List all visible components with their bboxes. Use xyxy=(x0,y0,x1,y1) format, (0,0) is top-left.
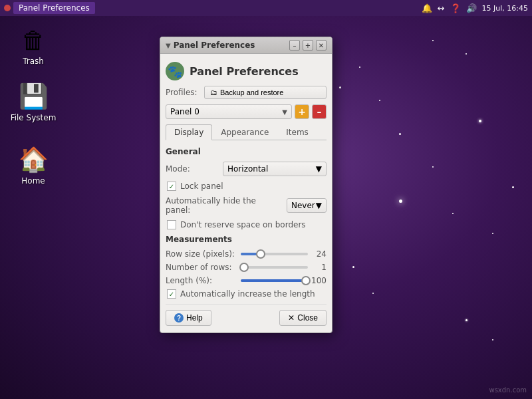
num-rows-value: 1 xyxy=(313,263,327,272)
length-label: Length (%): xyxy=(166,276,235,285)
lock-panel-label: Lock panel xyxy=(180,182,223,191)
star xyxy=(479,120,481,122)
backup-icon: 🗂 xyxy=(210,88,217,96)
desktop-icon-home[interactable]: 🏠 Home xyxy=(7,143,60,188)
taskbar: Panel Preferences 🔔 ↔ ❓ 🔊 15 Jul, 16:45 xyxy=(0,0,532,16)
tab-items[interactable]: Items xyxy=(277,124,317,140)
titlebar-menu-icon[interactable]: ▼ xyxy=(166,42,171,49)
length-row: Length (%): 100 xyxy=(166,276,327,285)
row-size-thumb[interactable] xyxy=(256,249,265,259)
num-rows-thumb[interactable] xyxy=(239,263,249,272)
lock-panel-row: ✓ Lock panel xyxy=(166,182,327,191)
clock: 15 Jul, 16:45 xyxy=(482,4,528,13)
row-size-slider[interactable] xyxy=(241,253,308,255)
panel-select-value: Panel 0 xyxy=(170,107,200,116)
length-thumb[interactable] xyxy=(301,276,311,285)
star xyxy=(452,213,454,214)
dialog-content: 🐾 Panel Preferences Profiles: 🗂 Backup a… xyxy=(160,54,332,332)
num-rows-row: Number of rows: 1 xyxy=(166,263,327,272)
volume-icon[interactable]: 🔊 xyxy=(466,3,477,13)
remove-panel-button[interactable]: – xyxy=(312,104,327,119)
star xyxy=(379,100,380,101)
add-panel-button[interactable]: + xyxy=(295,104,309,119)
help-button[interactable]: ? Help xyxy=(166,310,211,326)
panel-preferences-dialog: ▼ Panel Preferences – + ✕ 🐾 Panel Prefer… xyxy=(160,37,332,333)
star xyxy=(432,40,434,41)
tab-display[interactable]: Display xyxy=(166,124,212,140)
auto-length-checkbox[interactable]: ✓ xyxy=(167,289,176,299)
reserve-space-checkbox[interactable]: ✓ xyxy=(167,220,176,229)
tab-bar: Display Appearance Items xyxy=(166,124,327,140)
help-icon[interactable]: ❓ xyxy=(450,3,461,13)
reserve-space-row: ✓ Don't reserve space on borders xyxy=(166,220,327,229)
minimize-button[interactable]: – xyxy=(289,40,300,51)
close-label: Close xyxy=(297,313,318,323)
star xyxy=(466,53,467,55)
backup-btn-label: Backup and restore xyxy=(220,88,283,96)
taskbar-title[interactable]: Panel Preferences xyxy=(13,2,95,14)
home-icon: 🏠 xyxy=(19,146,49,174)
length-slider[interactable] xyxy=(241,279,306,282)
panel-dropdown[interactable]: Panel 0 ▼ xyxy=(166,104,292,119)
desktop-icon-filesystem[interactable]: 💾 File System xyxy=(7,80,60,125)
trash-label: Trash xyxy=(23,57,44,66)
taskbar-left: Panel Preferences xyxy=(4,2,95,14)
close-window-button[interactable]: ✕ xyxy=(316,40,327,51)
general-section-heading: General xyxy=(166,147,327,156)
star xyxy=(512,186,514,188)
auto-length-label: Automatically increase the length xyxy=(180,289,315,299)
auto-hide-chevron-icon: ▼ xyxy=(316,201,322,210)
mode-dropdown[interactable]: Horizontal ▼ xyxy=(223,162,327,176)
auto-hide-dropdown[interactable]: Never ▼ xyxy=(287,198,327,213)
auto-length-row: ✓ Automatically increase the length xyxy=(166,289,327,299)
close-dialog-button[interactable]: ✕ Close xyxy=(279,310,327,326)
filesystem-label: File System xyxy=(11,113,57,122)
mode-chevron-icon: ▼ xyxy=(316,164,322,174)
taskbar-indicator xyxy=(4,5,11,11)
star xyxy=(492,339,493,340)
network-icon[interactable]: ↔ xyxy=(438,3,445,13)
star xyxy=(372,293,374,294)
panel-app-icon: 🐾 xyxy=(166,62,184,80)
auto-hide-value: Never xyxy=(291,201,315,210)
star xyxy=(399,133,401,135)
panel-header: 🐾 Panel Preferences xyxy=(166,59,327,86)
num-rows-slider[interactable] xyxy=(241,266,308,269)
mode-label: Mode: xyxy=(166,164,219,174)
notification-icon[interactable]: 🔔 xyxy=(422,3,432,13)
row-size-label: Row size (pixels): xyxy=(166,249,235,259)
help-circle-icon: ? xyxy=(174,313,184,323)
titlebar-controls: – + ✕ xyxy=(289,40,327,51)
panel-heading: Panel Preferences xyxy=(190,65,299,78)
watermark: wsxdn.com xyxy=(489,386,527,394)
reserve-space-label: Don't reserve space on borders xyxy=(180,220,306,229)
star xyxy=(359,66,360,68)
filesystem-icon: 💾 xyxy=(19,82,49,110)
num-rows-label: Number of rows: xyxy=(166,263,235,272)
panel-select-row: Panel 0 ▼ + – xyxy=(166,104,327,119)
home-label: Home xyxy=(21,176,45,186)
backup-restore-button[interactable]: 🗂 Backup and restore xyxy=(204,86,327,99)
star-bright xyxy=(399,200,402,203)
length-value: 100 xyxy=(311,276,327,285)
auto-hide-label: Automatically hide the panel: xyxy=(166,196,283,215)
star xyxy=(432,166,434,168)
lock-panel-checkbox[interactable]: ✓ xyxy=(167,182,176,191)
mode-value: Horizontal xyxy=(227,164,268,174)
dialog-titlebar: ▼ Panel Preferences – + ✕ xyxy=(160,37,332,54)
row-size-row: Row size (pixels): 24 xyxy=(166,249,327,259)
star xyxy=(492,233,493,234)
close-x-icon: ✕ xyxy=(288,313,295,323)
tab-appearance[interactable]: Appearance xyxy=(212,124,277,140)
help-label: Help xyxy=(186,313,203,323)
profiles-label: Profiles: xyxy=(166,88,199,97)
row-size-value: 24 xyxy=(313,249,327,259)
desktop-icon-trash[interactable]: 🗑 Trash xyxy=(7,24,60,68)
trash-icon: 🗑 xyxy=(21,27,45,54)
measurements-section: Measurements Row size (pixels): 24 Numbe… xyxy=(166,235,327,299)
measurements-heading: Measurements xyxy=(166,235,327,244)
profiles-row: Profiles: 🗂 Backup and restore xyxy=(166,86,327,99)
star xyxy=(466,319,467,321)
titlebar-left: ▼ Panel Preferences xyxy=(166,41,255,50)
maximize-button[interactable]: + xyxy=(303,40,313,51)
